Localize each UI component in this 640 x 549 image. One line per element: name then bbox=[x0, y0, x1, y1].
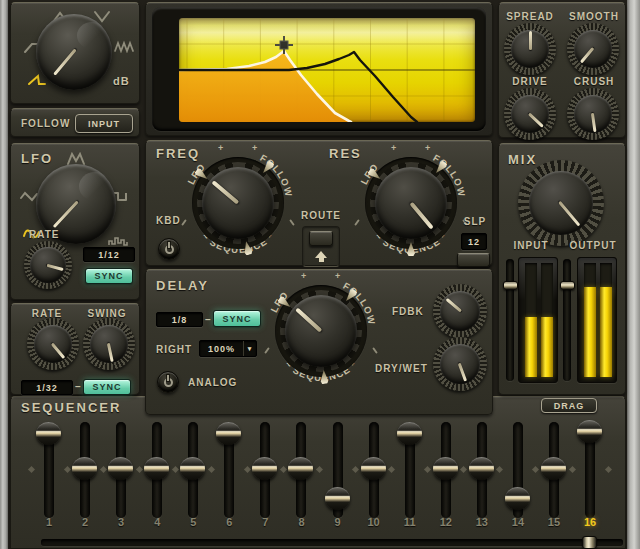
freq-sequence-handle[interactable] bbox=[241, 240, 254, 256]
step-diamond-marker bbox=[27, 466, 34, 473]
input-gain-slider[interactable] bbox=[506, 259, 514, 381]
sequencer-position-bar[interactable] bbox=[41, 539, 623, 546]
seq-step-slider-6[interactable] bbox=[224, 422, 234, 518]
seq-step-handle-1[interactable] bbox=[36, 422, 61, 445]
crush-knob[interactable] bbox=[567, 88, 619, 140]
seq-step-slider-9[interactable] bbox=[333, 422, 343, 518]
filter-shape-knob[interactable] bbox=[36, 14, 112, 90]
lfo-rate-knob[interactable] bbox=[24, 241, 72, 289]
res-sequence-handle[interactable] bbox=[406, 242, 416, 256]
slope-button[interactable] bbox=[457, 253, 490, 267]
db-label: dB bbox=[113, 75, 130, 87]
route-button[interactable] bbox=[309, 231, 333, 246]
seq-step-handle-11[interactable] bbox=[397, 422, 422, 445]
seq-step-number-12: 12 bbox=[440, 516, 452, 528]
follow-input-button[interactable]: INPUT bbox=[75, 114, 133, 133]
seq-step-number-15: 15 bbox=[548, 516, 560, 528]
seq-step-number-16: 16 bbox=[584, 516, 596, 528]
seq-step-slider-11[interactable] bbox=[405, 422, 415, 518]
seq-rate-knob[interactable] bbox=[27, 318, 79, 370]
seq-step-handle-14[interactable] bbox=[505, 487, 530, 510]
seq-step-number-4: 4 bbox=[154, 516, 160, 528]
mix-knob[interactable] bbox=[518, 160, 604, 246]
step-diamond-marker bbox=[532, 466, 539, 473]
input-meter bbox=[518, 257, 558, 383]
seq-step-handle-8[interactable] bbox=[288, 457, 313, 480]
res-knob[interactable]: LFO FOLLOW ~ SEQUENCE * + + bbox=[351, 143, 471, 263]
character-panel: SPREAD SMOOTH DRIVE CRUSH bbox=[498, 2, 626, 138]
seq-step-handle-16[interactable] bbox=[577, 420, 602, 443]
input-label: INPUT bbox=[502, 240, 560, 251]
display-bezel bbox=[152, 7, 486, 131]
seq-swing-knob[interactable] bbox=[83, 318, 135, 370]
seq-step-slider-8[interactable] bbox=[296, 422, 306, 518]
delay-time-display[interactable]: 1/8 bbox=[156, 312, 203, 327]
seq-step-handle-3[interactable] bbox=[108, 457, 133, 480]
seq-step-handle-2[interactable] bbox=[72, 457, 97, 480]
seq-sync-button[interactable]: SYNC bbox=[83, 379, 131, 395]
seq-step-handle-6[interactable] bbox=[216, 422, 241, 445]
crush-label: CRUSH bbox=[563, 76, 625, 87]
random-steps-icon[interactable] bbox=[107, 234, 131, 247]
analog-power-button[interactable] bbox=[157, 371, 179, 393]
output-label: OUTPUT bbox=[561, 240, 625, 251]
filter-shape-panel: dB bbox=[10, 2, 140, 104]
seq-step-handle-10[interactable] bbox=[361, 457, 386, 480]
seq-step-slider-14[interactable] bbox=[513, 422, 523, 518]
plus-mark: + bbox=[391, 143, 396, 153]
seq-rate-display[interactable]: 1/32 bbox=[21, 380, 73, 395]
delay-time-knob[interactable]: LFO FOLLOW ~ SEQUENCE * + + bbox=[261, 271, 381, 391]
filter-params-panel: FREQ RES LFO FOLLOW ~ SEQUENCE * + + bbox=[145, 140, 493, 266]
step-diamond-marker bbox=[64, 466, 71, 473]
lfo-rate-display[interactable]: 1/12 bbox=[83, 247, 135, 262]
smooth-knob[interactable] bbox=[567, 23, 619, 75]
fdbk-knob[interactable] bbox=[433, 284, 487, 338]
envelope-follow-bar: FOLLOW INPUT bbox=[10, 108, 140, 137]
seq-step-slider-4[interactable] bbox=[152, 422, 162, 518]
seq-step-slider-12[interactable] bbox=[441, 422, 451, 518]
sequencer-steps: 12345678910111213141516 bbox=[11, 397, 625, 548]
right-channel-label: RIGHT bbox=[156, 344, 192, 355]
step-diamond-marker bbox=[352, 466, 359, 473]
output-gain-slider[interactable] bbox=[563, 259, 571, 381]
stereo-offset-value: 100% bbox=[200, 344, 243, 354]
filter-curve-display bbox=[179, 18, 475, 122]
drive-knob[interactable] bbox=[504, 88, 556, 140]
seq-step-handle-9[interactable] bbox=[325, 487, 350, 510]
seq-step-handle-13[interactable] bbox=[469, 457, 494, 480]
filter-display-screen[interactable] bbox=[179, 18, 475, 122]
kbd-power-button[interactable] bbox=[158, 238, 180, 260]
spread-knob[interactable] bbox=[504, 23, 556, 75]
seq-step-slider-16[interactable] bbox=[585, 422, 595, 518]
seq-step-slider-3[interactable] bbox=[116, 422, 126, 518]
seq-step-handle-15[interactable] bbox=[541, 457, 566, 480]
step-diamond-marker bbox=[244, 466, 251, 473]
delay-sequence-handle[interactable] bbox=[319, 370, 330, 385]
seq-step-slider-1[interactable] bbox=[44, 422, 54, 518]
step-diamond-marker bbox=[316, 466, 323, 473]
freq-knob[interactable]: LFO FOLLOW ~ SEQUENCE * + + bbox=[178, 143, 298, 263]
analog-label: ANALOG bbox=[188, 377, 237, 388]
seq-step-handle-7[interactable] bbox=[252, 457, 277, 480]
seq-step-slider-2[interactable] bbox=[80, 422, 90, 518]
drywet-knob[interactable] bbox=[433, 337, 487, 391]
seq-step-slider-15[interactable] bbox=[549, 422, 559, 518]
step-diamond-marker bbox=[280, 466, 287, 473]
seq-step-slider-5[interactable] bbox=[188, 422, 198, 518]
seq-step-handle-12[interactable] bbox=[433, 457, 458, 480]
seq-step-handle-4[interactable] bbox=[144, 457, 169, 480]
kbd-label: KBD bbox=[156, 215, 181, 226]
step-diamond-marker bbox=[388, 466, 395, 473]
input-gain-thumb[interactable] bbox=[503, 281, 518, 290]
dash: – bbox=[75, 381, 81, 392]
mix-panel: MIX INPUT OUTPUT bbox=[498, 143, 626, 395]
seq-step-slider-7[interactable] bbox=[260, 422, 270, 518]
seq-step-number-6: 6 bbox=[226, 516, 232, 528]
seq-step-slider-13[interactable] bbox=[477, 422, 487, 518]
sequencer-position-thumb[interactable] bbox=[582, 536, 597, 549]
lfo-sync-button[interactable]: SYNC bbox=[85, 268, 133, 284]
output-gain-thumb[interactable] bbox=[560, 281, 575, 290]
seq-step-handle-5[interactable] bbox=[180, 457, 205, 480]
seq-step-slider-10[interactable] bbox=[369, 422, 379, 518]
slope-display[interactable]: 12 bbox=[461, 233, 487, 250]
